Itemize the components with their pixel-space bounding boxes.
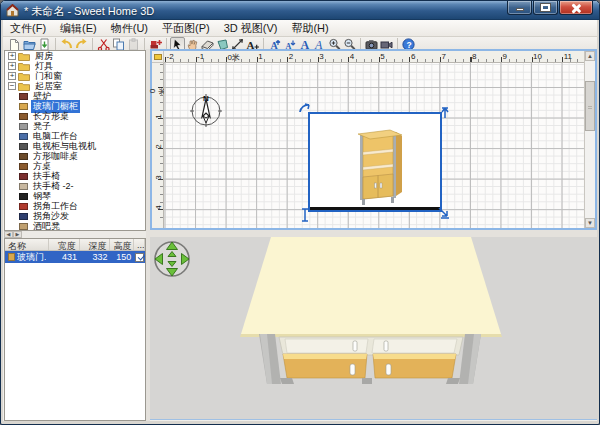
v-ruler-label: 4 — [154, 202, 163, 214]
scrollbar-thumb[interactable] — [585, 81, 595, 131]
catalog-hscrollbar[interactable]: ◀ ▶ — [4, 231, 146, 238]
tree-item-11[interactable]: 拐角工作台 — [5, 201, 145, 211]
copy-button[interactable] — [111, 37, 126, 51]
close-button[interactable] — [559, 1, 593, 15]
redo-button[interactable] — [74, 37, 89, 51]
table-row[interactable]: 玻璃门...431332150 — [5, 251, 145, 263]
column-header-2[interactable]: 深度 — [80, 239, 111, 250]
ruler-corner — [152, 51, 164, 63]
selected-furniture-plan[interactable] — [308, 112, 442, 212]
folder-icon — [18, 52, 30, 61]
furniture-icon — [19, 203, 28, 210]
tree-item-7[interactable]: 方桌 — [5, 161, 145, 171]
table-header[interactable]: 名称宽度深度高度... — [5, 239, 145, 251]
menu-item-0[interactable]: 文件(F) — [3, 20, 53, 37]
visible-checkbox[interactable] — [135, 253, 144, 262]
maximize-button[interactable] — [533, 1, 558, 15]
tree-item-1[interactable]: 玻璃门橱柜 — [5, 101, 145, 111]
column-header-4[interactable]: ... — [134, 239, 145, 250]
scroll-down-icon[interactable]: ▼ — [585, 218, 595, 228]
h-ruler-label: 9 — [503, 52, 507, 61]
v-ruler-label: 2 — [154, 141, 163, 153]
collapse-icon[interactable]: − — [8, 82, 16, 90]
toolbar-separator — [92, 38, 93, 50]
furniture-icon — [8, 253, 15, 261]
column-header-0[interactable]: 名称 — [5, 239, 49, 250]
height-indicator-icon[interactable] — [301, 208, 309, 222]
menu-item-1[interactable]: 编辑(E) — [53, 20, 104, 37]
toolbar-separator — [144, 38, 145, 50]
minimize-button[interactable] — [507, 1, 532, 15]
paste-icon — [127, 38, 140, 51]
column-header-1[interactable]: 宽度 — [49, 239, 80, 250]
h-ruler-label: 10 — [533, 52, 542, 61]
new-file-icon — [8, 38, 21, 51]
new-file-button[interactable] — [7, 37, 22, 51]
compass[interactable]: N — [188, 92, 224, 128]
h-ruler-label: 6 — [411, 52, 415, 61]
h-ruler-label: 8 — [472, 52, 476, 61]
furniture-name: 玻璃门... — [17, 251, 46, 264]
app-icon — [6, 4, 19, 17]
tree-category-1[interactable]: +灯具 — [5, 61, 145, 71]
scroll-up-icon[interactable]: ▲ — [585, 51, 595, 61]
navigation-control[interactable] — [152, 239, 192, 279]
furniture-icon — [19, 123, 28, 130]
minimize-icon — [516, 8, 524, 11]
save-button[interactable] — [37, 37, 52, 51]
plan-view[interactable]: -2-10米1234567891011 0米1234 N — [150, 49, 597, 230]
furniture-icon — [19, 213, 28, 220]
undo-button[interactable] — [59, 37, 74, 51]
furniture-icon — [19, 93, 28, 100]
expand-icon[interactable]: + — [8, 52, 16, 60]
tree-category-0[interactable]: +厨房 — [5, 51, 145, 61]
open-button[interactable] — [22, 37, 37, 51]
tree-item-9[interactable]: 扶手椅 -2- — [5, 181, 145, 191]
column-header-3[interactable]: 高度 — [110, 239, 134, 250]
scroll-right-icon[interactable]: ▶ — [13, 231, 22, 238]
undo-icon — [60, 38, 73, 51]
close-icon — [571, 3, 581, 13]
menu-bar: 文件(F)编辑(E)物件(U)平面图(P)3D 视图(V)帮助(H) — [3, 20, 597, 37]
expand-icon[interactable]: + — [8, 72, 16, 80]
furniture-icon — [19, 133, 28, 140]
depth-value: 332 — [80, 252, 111, 262]
tree-item-12[interactable]: 拐角沙发 — [5, 211, 145, 221]
expand-icon[interactable]: + — [8, 62, 16, 70]
menu-item-5[interactable]: 帮助(H) — [284, 20, 335, 37]
elevation-indicator-icon[interactable] — [440, 106, 450, 120]
tree-category-2[interactable]: +门和窗 — [5, 71, 145, 81]
v-ruler-label: 3 — [154, 171, 163, 183]
svg-text:?: ? — [406, 39, 411, 49]
menu-item-2[interactable]: 物件(U) — [104, 20, 155, 37]
view-3d[interactable] — [150, 237, 597, 420]
furniture-catalog-tree[interactable]: +厨房+灯具+门和窗−起居室壁炉玻璃门橱柜长方形桌凳子电脑工作台电视柜与电视机方… — [4, 50, 146, 231]
resize-indicator-icon[interactable] — [437, 206, 451, 220]
h-ruler-label: 11 — [564, 52, 572, 61]
title-bar[interactable]: * 未命名 - Sweet Home 3D — [1, 1, 599, 20]
horizontal-splitter[interactable] — [150, 230, 597, 237]
cabinet-3d-render — [150, 237, 597, 420]
furniture-icon — [19, 153, 28, 160]
rotate-indicator-icon[interactable] — [297, 102, 311, 116]
maximize-icon — [541, 4, 550, 11]
tree-item-2[interactable]: 长方形桌 — [5, 111, 145, 121]
scroll-left-icon[interactable]: ◀ — [4, 231, 13, 238]
furniture-icon — [19, 193, 28, 200]
furniture-icon — [19, 113, 28, 120]
paste-button[interactable] — [126, 37, 141, 51]
furniture-icon — [19, 103, 28, 110]
tree-item-13[interactable]: 酒吧凳 — [5, 221, 145, 231]
menu-item-3[interactable]: 平面图(P) — [155, 20, 217, 37]
tree-item-6[interactable]: 方形咖啡桌 — [5, 151, 145, 161]
plan-grid[interactable]: N — [164, 63, 584, 228]
plan-scrollbar[interactable]: ▲ ▼ — [584, 51, 595, 228]
menu-item-4[interactable]: 3D 视图(V) — [217, 20, 285, 37]
cut-button[interactable] — [96, 37, 111, 51]
h-ruler-label: 3 — [319, 52, 323, 61]
cut-icon — [97, 38, 110, 51]
furniture-list-table[interactable]: 名称宽度深度高度... 玻璃门...431332150 — [4, 238, 146, 421]
window-title: * 未命名 - Sweet Home 3D — [24, 4, 154, 19]
h-ruler-label: 4 — [350, 52, 354, 61]
tree-category-3[interactable]: −起居室 — [5, 81, 145, 91]
